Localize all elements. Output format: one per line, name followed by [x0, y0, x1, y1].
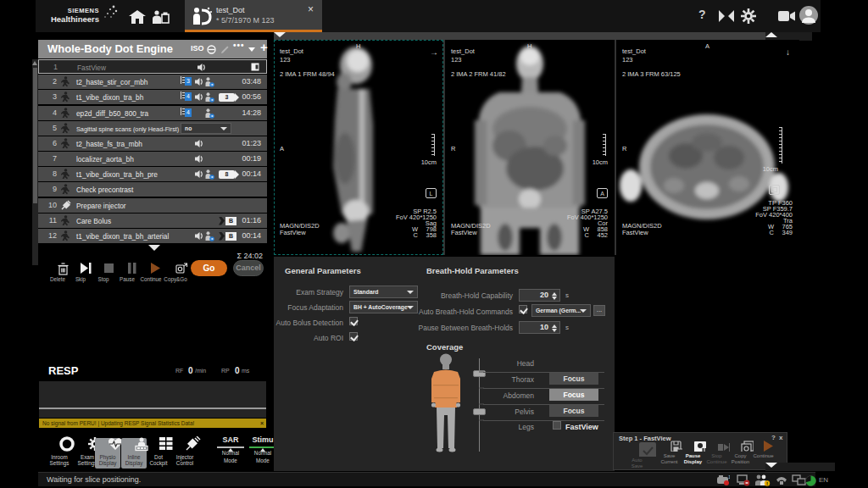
home-icon[interactable] [129, 10, 146, 24]
more-options-icon[interactable]: ••• [233, 41, 245, 50]
protocol-step-row[interactable]: 5Sagittal spine scans (only Head-First)n… [38, 121, 267, 136]
image-area-collapse-strip[interactable] [274, 32, 765, 40]
user-avatar[interactable] [798, 5, 819, 25]
coverage-body-figure[interactable] [426, 353, 465, 455]
edit-pencil-icon[interactable] [220, 45, 230, 54]
step-name: FastView [77, 64, 106, 72]
coverage-label-pelvis: Pelvis [483, 408, 534, 416]
exam-strategy-label: Exam Strategy [248, 288, 343, 297]
auto-roi-checkbox[interactable] [349, 332, 358, 341]
sar-mode-line2: Mode [214, 458, 248, 463]
vp-scale-label: 10cm [763, 165, 778, 173]
list-more-icon[interactable] [148, 245, 160, 251]
dock-physio-display[interactable]: PhysioDisplay [95, 436, 120, 466]
video-camera-icon[interactable] [778, 10, 795, 22]
step-panel: Step 1 - FastView ? x AutoSaveSaveCurren… [613, 432, 787, 470]
status-bar: Waiting for slice positioning. [38, 473, 815, 486]
protocol-step-row[interactable]: 10Prepare injector [38, 198, 267, 213]
steppanel-continue[interactable]: Continue [752, 441, 775, 459]
protocol-step-row[interactable]: 7localizer_aorta_bh00:19 [38, 152, 267, 166]
protocol-step-row[interactable]: 1FastView [38, 59, 267, 74]
dock-inroom-settings[interactable]: InroomSettings [47, 436, 72, 466]
viewport-1[interactable]: test_Dot1232 IMA 1 FRM 48/94HA→10cmLSP R… [274, 40, 443, 255]
legs-fastview-checkbox[interactable] [553, 421, 561, 430]
add-step-icon[interactable]: + [260, 40, 268, 54]
steppanel-auto-save[interactable]: AutoSave [626, 441, 648, 469]
protocol-step-row[interactable]: 4ep2d_diff_b50_800_tra414:28 [38, 106, 267, 120]
commands-language-select[interactable]: German (Germ... [531, 304, 591, 317]
steppanel-save-current[interactable]: SaveCurrent [658, 441, 681, 464]
settings-gear-icon[interactable] [741, 8, 756, 24]
focus-button-pelvis[interactable]: Focus [549, 405, 598, 417]
step-option-select[interactable]: no [181, 123, 231, 134]
focus-button-abdomen[interactable]: Focus [549, 389, 598, 401]
patient-tab[interactable]: test_Dot * 5/7/1970 M 123 × [185, 0, 322, 32]
protocol-step-row[interactable]: 11Care BolusB01:16 [38, 214, 267, 228]
vp-patient-name: test_Dot [451, 47, 475, 55]
dock-injector-control[interactable]: InjectorControl [172, 436, 198, 466]
vp-window-center-label: C [414, 231, 418, 239]
vp-corner-icon[interactable]: A [597, 188, 608, 198]
pause-spinner[interactable]: 10 [519, 321, 560, 334]
vp-series-info: 2 IMA 1 FRM 48/94 [280, 70, 335, 78]
resp-warning-close-icon[interactable]: × [260, 420, 264, 426]
scrollbar-thumb [33, 68, 37, 203]
step-number: 6 [38, 139, 57, 147]
patient-browser-icon[interactable] [153, 10, 170, 24]
capability-label: Breath-Hold Capability [359, 291, 513, 300]
viewport-2[interactable]: test_Dot1232 IMA 2 FRM 41/82HR10cmASP A2… [445, 40, 615, 255]
help-icon[interactable]: ? [698, 8, 706, 21]
protocol-scrollbar[interactable] [32, 59, 38, 265]
expand-tab-bottom[interactable] [765, 463, 835, 471]
vp-scale-label: 10cm [421, 158, 437, 166]
dock-dot-cockpit[interactable]: DotCockpit [146, 436, 171, 466]
bolus-pill: B [219, 232, 239, 241]
status-message: Waiting for slice positioning. [47, 475, 141, 484]
tab-close-icon[interactable]: × [308, 3, 314, 15]
protocol-step-row[interactable]: 9Check precontrast [38, 182, 267, 197]
vp-arrow-icon: ↓ [786, 47, 790, 57]
vp-window-center: 358 [426, 231, 437, 239]
sar-title: SAR [214, 435, 248, 444]
capability-spinner[interactable]: 20 [519, 289, 560, 302]
iso-center-icon[interactable] [207, 45, 216, 54]
go-button[interactable]: Go [191, 260, 227, 276]
coverage-title: Coverage [426, 342, 463, 352]
protocol-step-row[interactable]: 12t1_vibe_dixon_tra_bh_arterialB00:14 [38, 229, 267, 243]
protocol-step-row[interactable]: 2t2_haste_stir_cor_mbh303:48 [38, 75, 267, 89]
parameters-panel: General Parameters Exam Strategy Standar… [274, 257, 615, 471]
cancel-button[interactable]: Cancel [233, 260, 264, 276]
header-dropdown-icon[interactable] [248, 47, 255, 52]
layout-switch-icon[interactable] [719, 10, 734, 22]
protocol-step-row[interactable]: 6t2_haste_fs_tra_mbh01:23 [38, 136, 267, 151]
steppanel-copy-position[interactable]: CopyPosition [729, 441, 752, 464]
dock-inline-display[interactable]: InlineDisplay [121, 436, 147, 466]
steppanel-pause-display[interactable]: PauseDisplay [682, 441, 704, 464]
step-name: Prepare injector [76, 202, 126, 210]
protocol-step-row[interactable]: 8t1_vibe_dixon_tra_bh_pre800:14 [38, 167, 267, 181]
vp-window-center: 349 [782, 229, 793, 236]
copygo-button[interactable]: Copy&Go [161, 263, 190, 282]
step-name: Check precontrast [76, 186, 133, 194]
auto-bolus-checkbox[interactable] [349, 317, 358, 325]
sar-level-bar [217, 446, 244, 448]
commands-checkbox[interactable] [519, 305, 527, 313]
expand-down-icon [765, 463, 777, 468]
step-number: 8 [38, 169, 57, 178]
focus-button-thorax[interactable]: Focus [549, 373, 598, 385]
top-bar: SIEMENS Healthineers test_Dot * 5/7/1970… [36, 0, 821, 32]
protocol-header: Whole-Body Dot Engine ISO ••• + [38, 40, 267, 58]
sar-indicator[interactable]: SAR Normal Mode [214, 435, 248, 463]
stimu-level-bar [249, 446, 276, 448]
steppanel-stop-continue[interactable]: StopContinue [705, 441, 728, 464]
protocol-step-row[interactable]: 3t1_vibe_dixon_tra_bh4300:56 [38, 90, 267, 104]
vp-window-center-label: C [585, 231, 589, 239]
viewport-3[interactable]: test_Dot1232 IMA 3 FRM 63/125AR↓10cmTP F… [616, 40, 799, 255]
expand-up-icon [765, 32, 777, 37]
commands-more-button[interactable]: ... [593, 305, 605, 316]
vp-filmstrip-icon[interactable] [769, 185, 780, 195]
step-panel-close-icon[interactable]: x [779, 434, 782, 441]
vp-corner-icon[interactable]: L [426, 188, 437, 198]
step-number: 4 [38, 108, 57, 117]
step-name: Care Bolus [76, 217, 111, 225]
